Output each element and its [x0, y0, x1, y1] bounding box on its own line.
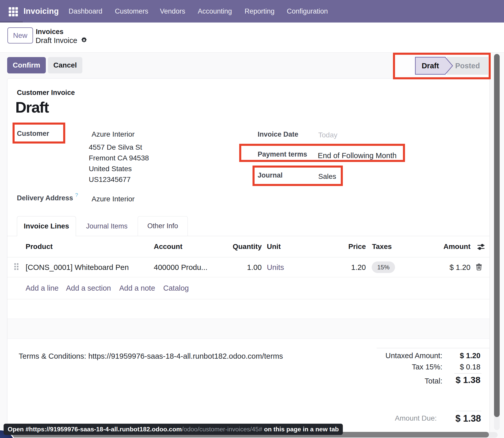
cell-unit[interactable]: Units — [267, 257, 284, 277]
nav-item-accounting[interactable]: Accounting — [198, 0, 232, 23]
column-header-unit[interactable]: Unit — [267, 236, 281, 257]
document-state-title: Draft — [15, 98, 49, 116]
amount-due-value: $ 1.38 — [455, 413, 481, 424]
new-button[interactable]: New — [7, 27, 33, 43]
customer-address: 4557 De Silva St Fremont CA 94538 United… — [89, 142, 149, 185]
catalog-link[interactable]: Catalog — [163, 277, 189, 299]
apps-menu-button[interactable] — [0, 0, 23, 23]
optional-columns-icon[interactable] — [477, 244, 485, 250]
add-a-section-link[interactable]: Add a section — [66, 277, 111, 299]
total-divider — [454, 373, 481, 374]
column-header-amount[interactable]: Amount — [419, 236, 470, 257]
invoice-date-input[interactable]: Today — [318, 131, 337, 139]
payment-terms-value[interactable]: End of Following Month — [318, 151, 397, 160]
cell-quantity[interactable]: 1.00 — [211, 257, 262, 277]
tax-label: Tax 15%: — [412, 363, 442, 371]
column-header-product[interactable]: Product — [26, 236, 53, 257]
breadcrumb-current: Draft Invoice — [36, 36, 77, 45]
address-line: United States — [89, 163, 149, 174]
gear-icon[interactable] — [81, 37, 87, 43]
total-value: $ 1.38 — [456, 375, 480, 385]
amount-due-label: Amount Due: — [395, 414, 437, 422]
tooltip-url-path: /odoo/customer-invoices/45# — [182, 426, 262, 433]
tab-other-info[interactable]: Other Info — [138, 216, 188, 236]
nav-item-customers[interactable]: Customers — [115, 0, 148, 23]
statusbar-stage-posted[interactable]: Posted — [447, 57, 488, 75]
column-header-price[interactable]: Price — [315, 236, 366, 257]
empty-table-row — [7, 299, 489, 319]
customer-label: Customer — [17, 130, 49, 138]
customer-value[interactable]: Azure Interior — [92, 130, 135, 138]
top-navbar: Invoicing Dashboard Customers Vendors Ac… — [0, 0, 504, 23]
cell-account[interactable]: 400000 Produ... — [154, 257, 207, 277]
tab-journal-items[interactable]: Journal Items — [84, 216, 129, 236]
terms-and-conditions[interactable]: Terms & Conditions: https://91959976-saa… — [19, 352, 283, 360]
column-header-account[interactable]: Account — [154, 236, 182, 257]
cancel-button[interactable]: Cancel — [48, 57, 82, 73]
address-line: US12345677 — [89, 174, 149, 185]
totals-divider — [377, 348, 489, 348]
apps-grid-icon — [9, 7, 18, 16]
total-label: Total: — [425, 377, 442, 385]
nav-item-dashboard[interactable]: Dashboard — [69, 0, 102, 23]
amount-due-divider — [456, 411, 481, 411]
address-line: Fremont CA 94538 — [89, 153, 149, 163]
breadcrumb-bar: New Invoices Draft Invoice — [0, 23, 504, 53]
invoice-date-label: Invoice Date — [258, 130, 298, 138]
tooltip-suffix: on this page in a new tab — [262, 426, 339, 433]
add-a-note-link[interactable]: Add a note — [119, 277, 155, 299]
app-name[interactable]: Invoicing — [24, 0, 59, 23]
journal-label: Journal — [258, 171, 283, 179]
journal-value[interactable]: Sales — [318, 172, 336, 181]
invoice-form-sheet: Customer Invoice Draft Customer Azure In… — [7, 78, 490, 432]
column-header-quantity[interactable]: Quantity — [211, 236, 262, 257]
vertical-scrollbar-thumb[interactable] — [494, 54, 500, 417]
cell-amount: $ 1.20 — [419, 257, 470, 277]
delivery-label-text: Delivery Address — [17, 194, 73, 202]
odoo-invoicing-app: Invoicing Dashboard Customers Vendors Ac… — [0, 0, 504, 438]
untaxed-amount-value: $ 1.20 — [460, 352, 480, 360]
confirm-button[interactable]: Confirm — [7, 57, 46, 73]
nav-item-vendors[interactable]: Vendors — [160, 0, 185, 23]
row-drag-handle[interactable] — [14, 263, 18, 270]
add-a-line-link[interactable]: Add a line — [26, 277, 59, 299]
delivery-address-value[interactable]: Azure Interior — [92, 195, 135, 203]
nav-item-configuration[interactable]: Configuration — [287, 0, 328, 23]
document-type-label: Customer Invoice — [17, 89, 75, 97]
payment-terms-label: Payment terms — [258, 150, 307, 158]
untaxed-amount-label: Untaxed Amount: — [386, 352, 442, 360]
statusbar-draft-label: Draft — [415, 57, 446, 75]
cell-taxes-badge[interactable]: 15% — [372, 261, 395, 273]
tax-value: $ 0.18 — [460, 363, 480, 371]
address-line: 4557 De Silva St — [89, 142, 149, 153]
breadcrumb-parent[interactable]: Invoices — [36, 28, 63, 36]
cell-product[interactable]: [CONS_0001] Whiteboard Pen — [26, 257, 129, 277]
column-header-taxes[interactable]: Taxes — [372, 236, 392, 257]
nav-item-reporting[interactable]: Reporting — [245, 0, 275, 23]
empty-table-row — [7, 319, 489, 339]
delete-row-icon[interactable] — [476, 264, 482, 270]
delivery-address-label: Delivery Address? — [17, 193, 78, 202]
control-strip: Confirm Cancel Draft Posted — [0, 53, 504, 78]
link-status-tooltip: Open #https://91959976-saas-18-4-all.run… — [4, 424, 343, 435]
tooltip-url-bold: Open #https://91959976-saas-18-4-all.run… — [8, 426, 182, 433]
cell-price[interactable]: 1.20 — [315, 257, 366, 277]
tab-invoice-lines[interactable]: Invoice Lines — [17, 216, 76, 236]
help-question-icon[interactable]: ? — [75, 192, 78, 198]
statusbar-stage-draft[interactable]: Draft — [415, 57, 453, 75]
